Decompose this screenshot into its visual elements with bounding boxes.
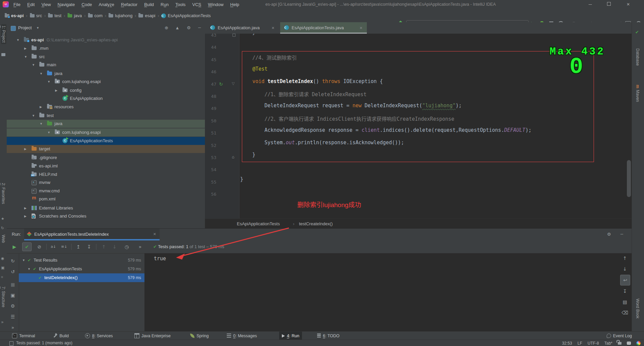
breadcrumb-lujiahong[interactable]: lujiahong [109,13,132,18]
editor-tab-esapiapplication.java[interactable]: EsApiApplication.java✕ [206,22,279,34]
menu-file[interactable]: File [10,0,24,9]
tree-item-es-api[interactable]: ▼es-apiG:\Learning Java\G_es\es-api\es-a… [7,36,205,44]
tree-item-config[interactable]: ▶config [7,86,205,94]
more-tools-icon[interactable]: » [1,319,4,324]
tree-item--mvn[interactable]: ▶.mvn [7,44,205,52]
soft-wrap-icon[interactable]: ↩ [620,275,630,285]
up-icon[interactable]: ↑ [620,253,630,263]
code-line-55[interactable]: } [240,176,243,188]
editor-scrollbar[interactable] [627,160,631,197]
breadcrumb-test[interactable]: test [48,13,61,18]
menu-tools[interactable]: Tools [172,0,189,9]
scroll-to-end-icon[interactable]: ↧ [620,286,630,296]
run-tab[interactable]: EsApiApplicationTests.testDeleteIndex ✕ [24,229,160,240]
close-button[interactable]: ✕ [621,0,636,9]
collapse-all-icon[interactable]: ↧ [85,240,93,253]
rerun-icon[interactable]: ↻ [7,256,19,266]
tree-item-test[interactable]: ▼test [7,112,205,120]
menu-help[interactable]: Help [227,0,243,9]
unlock-icon[interactable] [618,342,621,345]
print-icon[interactable]: ▤ [620,297,630,307]
test-tree-item-esapiapplicationtests[interactable]: ▼✔EsApiApplicationTests579 ms [19,265,144,273]
gear-icon[interactable]: ⚙ [187,22,191,34]
tree-item-resources[interactable]: ▶resources [7,103,205,111]
code-line-53[interactable]: } [240,152,255,164]
project-panel-title[interactable]: Project [18,22,32,34]
dump-icon[interactable]: ▣ [7,290,19,300]
editor[interactable]: 4344454647484950515253545556↻▽⌂ } //4、测试… [205,34,632,219]
minimize-button[interactable] [583,0,598,9]
sort-alphabetically-icon[interactable]: a↓ [49,240,58,253]
breadcrumb-esapi[interactable]: esapi [138,13,155,18]
breadcrumb-src[interactable]: src [30,13,42,18]
tool-button-project[interactable]: 1: Project [1,24,6,44]
code-line-47[interactable]: void testDeleteIndex() throws IOExceptio… [240,78,383,90]
stripe-icon[interactable]: ▣ [1,266,4,270]
breadcrumb-method[interactable]: testCreateIndex() [299,219,333,229]
stripe-icon[interactable]: ◉ [1,256,4,261]
close-icon[interactable]: ✕ [153,229,156,240]
tree-item-main[interactable]: ▼main [7,61,205,69]
tool-button-database[interactable]: Database [635,48,640,66]
tool-button-build[interactable]: Build [50,332,72,340]
menu-code[interactable]: Code [78,0,95,9]
menu-run[interactable]: Run [157,0,172,9]
maximize-button[interactable] [601,0,616,9]
tool-button-6--todo[interactable]: 6: TODO [314,332,342,340]
list-icon[interactable]: ☰ [7,312,19,322]
collapse-all-icon[interactable]: ▲ [176,22,179,34]
menu-window[interactable]: Window [205,0,227,9]
run-icon[interactable]: ▶ [10,240,19,253]
test-history-icon[interactable]: ◷ [122,240,131,253]
tree-item-java[interactable]: ▼java [7,120,205,128]
tree-item-mvnw-cmd[interactable]: mvnw.cmd [7,187,205,195]
tool-button-spring[interactable]: Spring [187,332,211,340]
chevron-down-icon[interactable]: ▼ [36,22,39,34]
close-icon[interactable]: ✕ [271,22,274,34]
code-line-43[interactable]: } [240,34,255,41]
previous-test-icon[interactable]: ↑ [99,240,108,253]
menu-vcs[interactable]: VCS [189,0,205,9]
status-utf8[interactable]: UTF-8 [588,341,599,346]
tree-item-pom-xml[interactable]: pom.xml [7,195,205,203]
menu-edit[interactable]: Edit [24,0,38,9]
tree-item-external-libraries[interactable]: ▶External Libraries [7,204,205,212]
menu-navigate[interactable]: Navigate [54,0,78,9]
tree-item-target[interactable]: ▶target [7,145,205,153]
status-3253[interactable]: 32:53 [562,341,572,346]
tool-button-wordbook[interactable]: Word Book [635,299,640,318]
tree-item-com-lujiahong-esapi[interactable]: ▼com.lujiahong.esapi [7,78,205,86]
next-test-icon[interactable]: ↓ [110,240,119,253]
status-tab[interactable]: Tab* [604,341,612,346]
stripe-icon[interactable]: ↻ [1,226,4,230]
translate-robot-icon[interactable] [627,342,631,345]
breadcrumb-java[interactable]: java [68,13,82,18]
down-icon[interactable]: ↓ [620,264,630,274]
test-tree-item-test-results[interactable]: ▼✔Test Results579 ms [19,256,144,265]
breadcrumb-com[interactable]: com [88,13,103,18]
hide-panel-icon[interactable]: ─ [198,22,201,34]
menu-build[interactable]: Build [141,0,157,9]
tree-item-help-md[interactable]: HELP.md [7,170,205,179]
rerun-failed-icon[interactable]: ↺ [7,267,19,277]
close-icon[interactable]: ✕ [359,22,362,34]
ignore-icon[interactable]: ⊘ [35,240,44,253]
tree-item-mvnw[interactable]: mvnw [7,179,205,187]
show-passed-toggle[interactable]: ✔ [22,242,32,251]
tree-item-esapiapplicationtests[interactable]: EsApiApplicationTests [7,137,205,145]
code-line-50[interactable]: //2、客户端执行请求 IndicesClient执行请求获得响应CreateI… [240,115,454,127]
code-line-45[interactable]: //4、测试删除索引 [240,54,297,66]
clear-icon[interactable]: ⌫ [620,308,630,318]
breadcrumb-es-api[interactable]: es-api [5,13,24,18]
tree-item-src[interactable]: ▼src [7,53,205,61]
tool-button-favorites[interactable]: 2: Favorites [1,183,6,204]
status-message[interactable]: Tests passed: 1 (moments ago) [16,340,72,346]
event-log-button[interactable]: Event Log [604,332,635,340]
code-line-52[interactable]: System.out.println(response.isAcknowledg… [240,140,404,152]
tree-item-java[interactable]: ▼java [7,70,205,78]
tool-button-4--run[interactable]: 4: Run [279,332,302,340]
tool-button-8--services[interactable]: 8: Services [82,332,116,340]
code-line-49[interactable]: DeleteIndexRequest request = new DeleteI… [240,103,462,115]
stripe-icon[interactable]: ★ [1,217,4,221]
expand-all-icon[interactable]: ↥ [74,240,83,253]
